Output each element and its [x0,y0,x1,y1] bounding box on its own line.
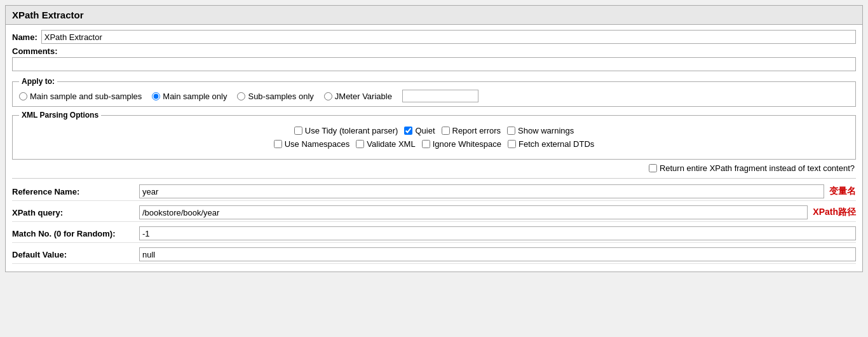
cb-use-namespaces-input[interactable] [274,140,282,148]
apply-to-group: Apply to: Main sample and sub-samples Ma… [12,77,856,107]
xpath-query-annotation: XPath路径 [813,207,856,218]
radio-jmeter-var-input[interactable] [324,92,332,100]
cb-fetch-dtds[interactable]: Fetch external DTDs [508,139,594,149]
panel-body: Name: Comments: Apply to: Main sample an… [6,25,862,272]
name-row: Name: [12,30,856,44]
radio-main-sub-input[interactable] [19,92,27,100]
cb-report-errors-label: Report errors [452,126,501,135]
cb-return-fragment-input[interactable] [649,164,657,172]
xml-options-row1: Use Tidy (tolerant parser) Quiet Report … [19,126,849,135]
cb-report-errors-input[interactable] [442,127,450,135]
xpath-query-label: XPath query: [12,208,139,217]
cb-use-tidy-label: Use Tidy (tolerant parser) [305,126,398,135]
reference-name-annotation: 变量名 [829,186,856,197]
xpath-query-input[interactable] [139,205,808,219]
cb-use-tidy[interactable]: Use Tidy (tolerant parser) [294,126,398,135]
return-fragment-row: Return entire XPath fragment instead of … [12,163,856,173]
xml-options-legend: XML Parsing Options [19,111,101,120]
radio-main-sub-label: Main sample and sub-samples [30,92,142,101]
apply-to-legend: Apply to: [19,77,57,86]
radio-main-only-label: Main sample only [163,92,227,101]
cb-show-warnings-input[interactable] [507,127,515,135]
panel-title: XPath Extractor [6,6,862,25]
default-value-input[interactable] [139,247,856,261]
reference-name-input[interactable] [139,184,824,198]
radio-main-only-input[interactable] [152,92,160,100]
cb-use-tidy-input[interactable] [294,127,302,135]
cb-fetch-dtds-label: Fetch external DTDs [519,139,594,149]
cb-validate-xml-input[interactable] [356,140,364,148]
radio-main-sub[interactable]: Main sample and sub-samples [19,92,142,101]
jmeter-variable-input[interactable] [402,90,478,102]
xml-options-group: XML Parsing Options Use Tidy (tolerant p… [12,111,856,160]
xpath-query-row: XPath query: XPath路径 [12,203,856,222]
cb-ignore-whitespace[interactable]: Ignore Whitespace [422,139,501,149]
xml-options-inner: Use Tidy (tolerant parser) Quiet Report … [19,123,849,155]
cb-quiet-input[interactable] [404,127,412,135]
radio-main-only[interactable]: Main sample only [152,92,227,101]
cb-fetch-dtds-input[interactable] [508,140,516,148]
main-panel: XPath Extractor Name: Comments: Apply to… [5,5,863,272]
radio-jmeter-var-label: JMeter Variable [335,92,392,101]
cb-ignore-whitespace-label: Ignore Whitespace [433,139,501,149]
xml-options-row2: Use Namespaces Validate XML Ignore White… [19,139,849,149]
reference-name-row: Reference Name: 变量名 [12,182,856,201]
default-value-row: Default Value: [12,245,856,264]
radio-sub-only[interactable]: Sub-samples only [237,92,313,101]
default-value-label: Default Value: [12,250,139,259]
reference-name-label: Reference Name: [12,187,139,196]
name-label: Name: [12,32,37,42]
cb-return-fragment-label: Return entire XPath fragment instead of … [660,163,855,173]
cb-validate-xml[interactable]: Validate XML [356,139,415,149]
comments-textarea[interactable] [12,57,856,71]
cb-use-namespaces[interactable]: Use Namespaces [274,139,350,149]
match-no-row: Match No. (0 for Random): [12,224,856,243]
comments-label: Comments: [12,46,856,56]
cb-return-fragment[interactable]: Return entire XPath fragment instead of … [649,163,855,173]
apply-to-radio-row: Main sample and sub-samples Main sample … [19,90,849,102]
match-no-input[interactable] [139,226,856,240]
name-input[interactable] [41,30,856,44]
cb-show-warnings-label: Show warnings [518,126,574,135]
cb-validate-xml-label: Validate XML [367,139,415,149]
cb-report-errors[interactable]: Report errors [442,126,501,135]
radio-sub-only-label: Sub-samples only [248,92,313,101]
bottom-form: Reference Name: 变量名 XPath query: XPath路径… [12,178,856,264]
cb-use-namespaces-label: Use Namespaces [285,139,350,149]
cb-quiet[interactable]: Quiet [404,126,435,135]
cb-quiet-label: Quiet [415,126,435,135]
cb-ignore-whitespace-input[interactable] [422,140,430,148]
radio-sub-only-input[interactable] [237,92,245,100]
cb-show-warnings[interactable]: Show warnings [507,126,574,135]
radio-jmeter-var[interactable]: JMeter Variable [324,92,392,101]
match-no-label: Match No. (0 for Random): [12,229,139,238]
